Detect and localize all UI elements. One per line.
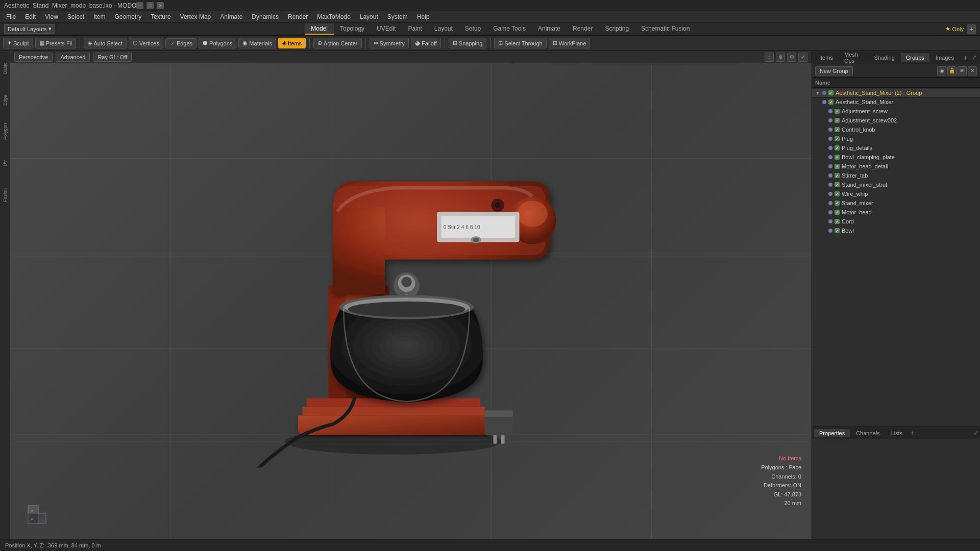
menu-help[interactable]: Help [413, 12, 434, 21]
tab-images[interactable]: Images [930, 53, 959, 62]
tree-item-stand-mixer[interactable]: ✓ Stand_mixer [812, 198, 980, 208]
item-check[interactable]: ✓ [835, 219, 840, 224]
menu-texture[interactable]: Texture [146, 12, 175, 21]
tab-topology[interactable]: Topology [334, 23, 371, 35]
menu-render[interactable]: Render [284, 12, 312, 21]
left-panel-edge[interactable]: Edge [1, 85, 9, 115]
items-button[interactable]: ◈ Items [278, 38, 306, 48]
tree-item-stirrer-tab[interactable]: ✓ Stirrer_tab [812, 171, 980, 180]
workplane-button[interactable]: ⊟ WorkPlane [549, 38, 591, 48]
item-check[interactable]: ✓ [835, 182, 840, 187]
menu-layout[interactable]: Layout [356, 12, 382, 21]
tab-render[interactable]: Render [567, 23, 599, 35]
viewport-settings-icon[interactable]: ⚙ [787, 53, 796, 62]
group-header[interactable]: ▼ ✓ Aesthetic_Stand_Mixer (2) : Group [812, 89, 980, 97]
item-check[interactable]: ✓ [835, 210, 840, 215]
menu-maxtomodo[interactable]: MaxToModo [313, 12, 354, 21]
left-panel-uv[interactable]: UV [1, 148, 9, 179]
item-check[interactable]: ✓ [835, 164, 840, 169]
item-check[interactable]: ✓ [828, 99, 834, 105]
snapping-button[interactable]: ⊞ Snapping [449, 38, 487, 48]
tree-item-control-knob[interactable]: ✓ Control_knob [812, 125, 980, 134]
tab-animate[interactable]: Animate [532, 23, 567, 35]
menu-select[interactable]: Select [63, 12, 88, 21]
tree-item-motor-head-detail[interactable]: ✓ Motor_head_detail [812, 162, 980, 171]
tree-item-motor-head[interactable]: ✓ Motor_head [812, 208, 980, 217]
symmetry-button[interactable]: ⇔ Symmetry [370, 38, 409, 48]
star-only-toggle[interactable]: ★ Only [945, 26, 964, 32]
group-visibility-check[interactable]: ✓ [828, 90, 834, 95]
menu-view[interactable]: View [41, 12, 62, 21]
item-check[interactable]: ✓ [835, 145, 840, 151]
sculpt-button[interactable]: ✦ Sculpt [3, 38, 33, 48]
viewport-search-icon[interactable]: ⊕ [776, 53, 785, 62]
tab-channels[interactable]: Channels [851, 429, 885, 437]
menu-item[interactable]: Item [89, 12, 109, 21]
viewport-area[interactable]: Perspective Advanced Ray GL: Off ⌂ ⊕ ⚙ ⤢ [10, 51, 812, 539]
add-tab-button[interactable]: + [967, 24, 976, 34]
vertices-button[interactable]: ⬡ Vertices [129, 38, 163, 48]
left-panel-fusion[interactable]: Fusion [1, 180, 9, 210]
edges-button[interactable]: ⟋ Edges [165, 38, 197, 48]
ray-gl-button[interactable]: Ray GL: Off [93, 53, 132, 62]
menu-system[interactable]: System [383, 12, 412, 21]
menu-animate[interactable]: Animate [216, 12, 247, 21]
tab-game-tools[interactable]: Game Tools [487, 23, 532, 35]
tree-item-stand-mixer-strut[interactable]: ✓ Stand_mixer_strut [812, 180, 980, 189]
item-check[interactable]: ✓ [835, 191, 840, 196]
perspective-button[interactable]: Perspective [14, 53, 53, 62]
viewport-home-icon[interactable]: ⌂ [765, 53, 774, 62]
tab-schematic-fusion[interactable]: Schematic Fusion [635, 23, 696, 35]
left-panel-polygon[interactable]: Polygon [1, 116, 9, 147]
tree-item-plug-details[interactable]: ✓ Plug_details [812, 143, 980, 153]
menu-geometry[interactable]: Geometry [111, 12, 146, 21]
viewport-expand-icon[interactable]: ⤢ [798, 53, 807, 62]
tree-item-wire-whip[interactable]: ✓ Wire_whip [812, 189, 980, 198]
add-panel-tab-button[interactable]: + [962, 53, 969, 62]
tree-item-plug[interactable]: ✓ Plug [812, 134, 980, 143]
advanced-button[interactable]: Advanced [56, 53, 90, 62]
item-check[interactable]: ✓ [835, 173, 840, 178]
tab-model[interactable]: Model [305, 23, 334, 35]
layout-dropdown[interactable]: Default Layouts ▾ [4, 24, 55, 34]
minimize-button[interactable]: ─ [136, 2, 143, 9]
select-through-button[interactable]: ⊡ Select Through [494, 38, 546, 48]
tab-layout[interactable]: Layout [428, 23, 459, 35]
tab-mesh-ops[interactable]: Mesh Ops [839, 50, 868, 65]
viewport-canvas[interactable]: 0 Stir 2 4 6 8 10 No Items [10, 63, 812, 539]
left-panel-basic[interactable]: Basic [1, 53, 9, 84]
item-check[interactable]: ✓ [835, 228, 840, 233]
tab-uvedit[interactable]: UVEdit [371, 23, 402, 35]
materials-button[interactable]: ◉ Materials [238, 38, 276, 48]
menu-vertex-map[interactable]: Vertex Map [176, 12, 215, 21]
group-delete-icon[interactable]: ✕ [968, 66, 977, 76]
group-lock-icon[interactable]: 🔒 [947, 66, 957, 76]
maximize-button[interactable]: □ [146, 2, 154, 9]
tree-item-bowl-clamping-plate[interactable]: ✓ Bowl_clamping_plate [812, 153, 980, 162]
tab-setup[interactable]: Setup [459, 23, 487, 35]
new-group-button[interactable]: New Group [815, 66, 853, 76]
item-check[interactable]: ✓ [835, 127, 840, 132]
polygons-button[interactable]: ⬢ Polygons [199, 38, 236, 48]
tab-shading[interactable]: Shading [869, 53, 899, 62]
tab-lists[interactable]: Lists [886, 429, 908, 437]
action-center-button[interactable]: ⊕ Action Center [313, 38, 362, 48]
item-check[interactable]: ✓ [835, 109, 840, 114]
add-bottom-tab-button[interactable]: + [911, 429, 915, 437]
menu-dynamics[interactable]: Dynamics [248, 12, 283, 21]
tab-groups[interactable]: Groups [901, 53, 929, 62]
menu-file[interactable]: File [2, 12, 20, 21]
tree-item-adjustment-screw002[interactable]: ✓ Adjustment_screw002 [812, 116, 980, 125]
tree-item-aesthetic-stand-mixer[interactable]: ✓ Aesthetic_Stand_Mixer [812, 97, 980, 107]
item-check[interactable]: ✓ [835, 201, 840, 206]
tree-item-bowl[interactable]: ✓ Bowl [812, 226, 980, 235]
tree-item-adjustment-screw[interactable]: ✓ Adjustment_screw [812, 107, 980, 116]
falloff-button[interactable]: ◕ Falloff [411, 38, 441, 48]
group-view-icon[interactable]: ◉ [937, 66, 946, 76]
bottom-panel-expand[interactable]: ⤢ [973, 430, 978, 436]
tab-scripting[interactable]: Scripting [599, 23, 635, 35]
auto-select-button[interactable]: ◈ Auto Select [84, 38, 126, 48]
item-check[interactable]: ✓ [835, 118, 840, 123]
menu-edit[interactable]: Edit [21, 12, 40, 21]
tab-properties[interactable]: Properties [814, 429, 850, 437]
